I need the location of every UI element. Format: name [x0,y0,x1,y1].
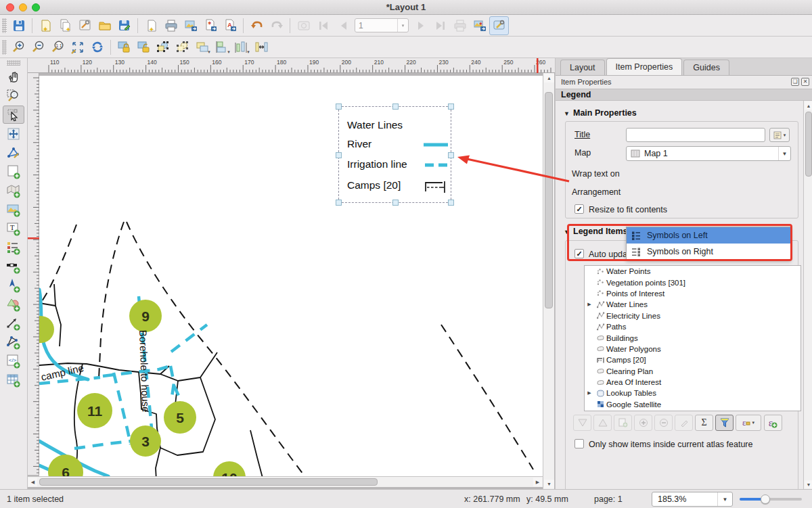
refresh-view-button[interactable] [87,38,107,57]
legend-tree-item[interactable]: ▶Water Lines [585,299,800,310]
save-project-button[interactable] [9,16,28,35]
raise-items-button[interactable]: ▾ [193,38,212,57]
add-expression-legend-button[interactable]: ε [764,415,782,431]
resize-handle[interactable] [448,200,454,206]
unlock-all-items-button[interactable] [134,38,154,57]
undo-button[interactable] [247,16,267,35]
legend-items-tree[interactable]: Water PointsVegetation points [301]Point… [584,265,801,411]
data-defined-override-button[interactable]: ▾ [769,128,790,142]
print-atlas-button[interactable] [450,16,470,35]
resize-to-fit-checkbox[interactable]: ✓ [574,204,584,214]
add-north-arrow-button[interactable] [3,276,24,294]
option-symbols-on-right[interactable]: Symbols on Right [627,244,790,260]
new-layout-button[interactable]: ✦ [36,16,55,35]
lock-selected-items-button[interactable] [114,38,134,57]
scroll-left-icon[interactable]: ◀ [28,478,37,486]
select-move-item-tool-button[interactable] [3,106,24,124]
resize-handle[interactable] [336,152,342,158]
print-layout-button[interactable] [161,16,181,35]
atlas-previous-feature-button[interactable] [333,16,353,35]
add-shape-button[interactable] [3,295,24,313]
legend-tree-item[interactable]: ▶Lookup Tables [585,388,800,398]
atlas-preview-button[interactable] [294,16,313,35]
atlas-settings-button[interactable] [489,16,509,35]
vertical-scroll-thumb[interactable] [545,92,553,308]
horizontal-scroll-thumb[interactable] [39,478,378,486]
panel-scrollbar[interactable]: ▲ ▼ [803,101,812,489]
filter-by-expression-button[interactable]: ε▾ [736,415,761,431]
add-arrow-button[interactable] [3,314,24,332]
export-as-pdf-button[interactable]: A [220,16,240,35]
add-map-button[interactable] [3,162,24,181]
zoom-slider[interactable] [740,498,802,501]
legend-tree-item[interactable]: Water Polygons [585,344,800,354]
tab-guides[interactable]: Guides [683,60,729,75]
map-select-combo[interactable]: Map 1 ▼ [626,146,791,161]
add-node-item-button[interactable] [3,333,24,351]
legend-tree-item[interactable]: Buildings [585,332,800,343]
atlas-next-feature-button[interactable] [411,16,430,35]
edit-item-button[interactable] [675,415,693,431]
scroll-down-icon[interactable]: ▼ [544,480,554,488]
legend-tree-item[interactable]: Clearing Plan [585,366,800,377]
legend-title-input[interactable] [626,128,765,142]
resize-handle[interactable] [448,152,454,158]
map-combo-dropdown-icon[interactable]: ▼ [778,147,790,160]
atlas-feature-number-input[interactable] [355,21,397,30]
option-symbols-on-left[interactable]: Symbols on Left [627,227,790,244]
atlas-last-feature-button[interactable] [430,16,450,35]
legend-tree-item[interactable]: Electricity Lines [585,310,800,321]
add-3d-map-button[interactable] [3,181,24,200]
add-group-button[interactable] [614,415,632,431]
add-html-frame-button[interactable]: </> [3,352,24,370]
legend-item-selected[interactable]: Water Lines River Irrigation line Camps … [338,106,451,203]
add-items-from-template-button[interactable]: ✦ [141,16,161,35]
layout-page[interactable]: 9 11 5 3 6 10 camp line Borehole to hous… [39,76,543,476]
zoom-out-button[interactable] [28,38,48,57]
canvas-horizontal-scrollbar[interactable]: ◀ ▶ [28,476,543,487]
zoom-slider-knob[interactable] [761,494,770,504]
edit-nodes-item-tool-button[interactable] [3,143,24,162]
align-items-button[interactable]: ▾ [212,38,232,57]
filter-legend-by-map-button[interactable] [715,415,734,431]
legend-tree-item[interactable]: Area Of Interest [585,377,800,388]
layout-canvas[interactable]: 1101201301401501601701801902002102202302… [28,58,555,489]
distribute-items-button[interactable]: ▾ [232,38,252,57]
pan-tool-button[interactable] [3,68,24,86]
add-attribute-table-button[interactable] [3,371,24,389]
tab-layout[interactable]: Layout [560,60,605,75]
resize-handle[interactable] [392,200,399,206]
scroll-right-icon[interactable]: ▶ [533,478,542,486]
atlas-feature-dropdown-icon[interactable]: ▾ [397,19,408,32]
add-label-button[interactable]: T [3,219,24,237]
add-item-button[interactable] [634,415,652,431]
main-properties-section-header[interactable]: ▼Main Properties [564,108,637,118]
legend-tree-item[interactable]: Water Points [585,266,800,277]
tab-item-properties[interactable]: Item Properties [606,58,683,75]
redo-button[interactable] [267,16,286,35]
save-layout-button[interactable] [114,16,134,35]
feature-count-button[interactable]: Σ [695,415,713,431]
float-panel-icon[interactable]: ❏ [791,78,799,86]
legend-tree-item[interactable]: Points of Interest [585,288,800,299]
zoom-combo-dropdown-icon[interactable]: ▼ [717,492,732,506]
atlas-feature-number-field[interactable]: ▾ [355,18,409,32]
zoom-in-button[interactable] [9,38,28,57]
legend-tree-item[interactable]: Paths [585,321,800,332]
panel-scroll-thumb[interactable] [805,112,812,177]
toolbar-grip[interactable] [2,40,7,55]
zoom-tool-button[interactable] [3,87,24,105]
toolbar-grip[interactable] [2,18,7,33]
close-panel-icon[interactable]: ✕ [801,78,809,86]
zoom-full-button[interactable] [68,38,87,57]
resize-handle[interactable] [336,200,342,206]
resize-handle[interactable] [392,103,399,110]
legend-tree-item[interactable]: Camps [20] [585,354,800,365]
ungroup-items-button[interactable] [173,38,193,57]
atlas-first-feature-button[interactable] [313,16,333,35]
zoom-actual-size-button[interactable]: 1:1 [48,38,68,57]
resize-items-button[interactable] [252,38,271,57]
auto-update-checkbox[interactable]: ✓ [574,249,584,258]
canvas-vertical-scrollbar[interactable]: ▲ ▼ [543,73,554,489]
group-items-button[interactable] [154,38,173,57]
